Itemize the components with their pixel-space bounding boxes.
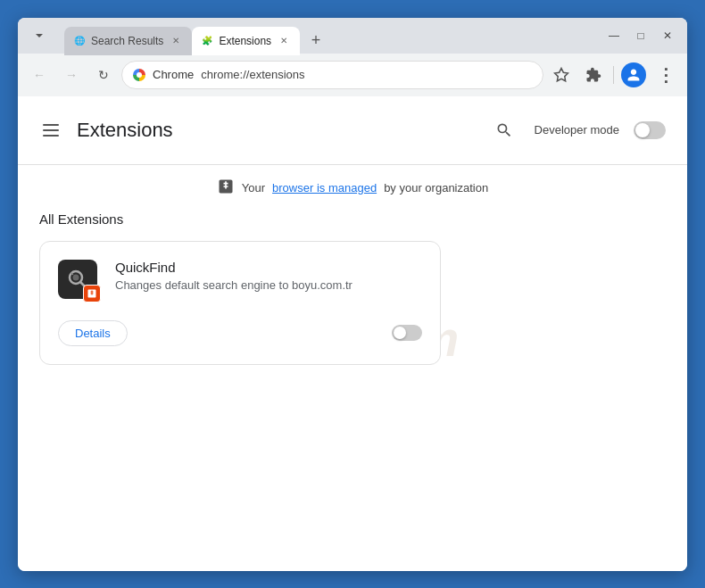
tab-search-close[interactable]: ✕ (169, 34, 183, 48)
reload-button[interactable]: ↻ (89, 61, 118, 89)
minimize-button[interactable]: — (601, 23, 626, 48)
hamburger-line-1 (43, 124, 59, 126)
ext-header-left: Extensions (39, 119, 173, 142)
tab-extensions-label: Extensions (219, 35, 271, 47)
all-extensions-title: All Extensions (39, 211, 666, 227)
tab-extensions-close[interactable]: ✕ (277, 34, 291, 48)
nav-icons-right: ⋮ (547, 61, 680, 89)
ext-header-right: Developer mode (488, 114, 666, 146)
dev-mode-label: Developer mode (535, 123, 619, 137)
chrome-brand-label: Chrome (153, 68, 194, 81)
hamburger-menu-button[interactable] (39, 120, 62, 140)
tab-extensions[interactable]: 🧩 Extensions ✕ (192, 27, 300, 55)
new-tab-button[interactable]: + (303, 29, 328, 54)
ext-name: QuickFind (115, 260, 422, 275)
nav-divider (613, 66, 614, 84)
dev-mode-toggle[interactable] (634, 121, 666, 139)
search-button[interactable] (488, 114, 520, 146)
forward-button[interactable]: → (57, 61, 86, 89)
extension-card: QuickFind Changes default search engine … (39, 241, 441, 365)
managed-link[interactable]: browser is managed (272, 181, 377, 195)
managed-text-after: by your organization (384, 181, 488, 195)
all-extensions-section: 🔍 ptt risk.com All Extensions (18, 211, 687, 386)
back-button[interactable]: ← (25, 61, 54, 89)
tab-dropdown-btn[interactable] (25, 21, 54, 50)
address-bar[interactable]: Chrome chrome://extensions (121, 61, 543, 89)
svg-point-3 (73, 274, 79, 280)
profile-button[interactable] (619, 61, 648, 89)
tab-search-favicon: 🌐 (73, 35, 86, 47)
svg-marker-0 (555, 68, 568, 80)
managed-text-before: Your (242, 181, 265, 195)
hamburger-line-2 (43, 129, 59, 131)
hamburger-line-3 (43, 135, 59, 137)
tab-extensions-favicon: 🧩 (201, 35, 213, 47)
ext-description: Changes default search engine to boyu.co… (115, 278, 422, 292)
managed-notice: Your browser is managed by your organiza… (18, 165, 687, 211)
nav-bar: ← → ↻ Chrome chrome://extensions (18, 54, 687, 96)
maximize-button[interactable]: □ (628, 23, 653, 48)
ext-enable-toggle[interactable] (392, 325, 422, 341)
extensions-header: Extensions Developer mode (18, 96, 687, 165)
ext-icon-container (58, 260, 101, 302)
bookmark-button[interactable] (547, 61, 576, 89)
tabs-area: 🌐 Search Results ✕ 🧩 Extensions ✕ + (64, 18, 591, 54)
profile-icon (621, 62, 646, 87)
more-menu-button[interactable]: ⋮ (651, 61, 680, 89)
ext-card-bottom: Details (58, 320, 422, 346)
page-title: Extensions (77, 119, 173, 142)
tab-search-label: Search Results (91, 35, 163, 47)
close-button[interactable]: ✕ (655, 23, 680, 48)
details-button[interactable]: Details (58, 320, 128, 346)
ext-info: QuickFind Changes default search engine … (115, 260, 422, 292)
address-text: chrome://extensions (201, 68, 304, 81)
page-content: Extensions Developer mode Your browse (18, 96, 687, 571)
window-controls (25, 21, 54, 50)
tab-search[interactable]: 🌐 Search Results ✕ (64, 27, 192, 55)
ext-icon-badge (83, 285, 101, 302)
chrome-logo-icon (133, 69, 145, 81)
ext-card-top: QuickFind Changes default search engine … (58, 260, 422, 302)
extensions-menu-button[interactable] (579, 61, 608, 89)
managed-icon (217, 178, 235, 199)
title-bar: 🌐 Search Results ✕ 🧩 Extensions ✕ + — □ … (18, 18, 687, 54)
browser-window: 🌐 Search Results ✕ 🧩 Extensions ✕ + — □ … (18, 18, 687, 571)
